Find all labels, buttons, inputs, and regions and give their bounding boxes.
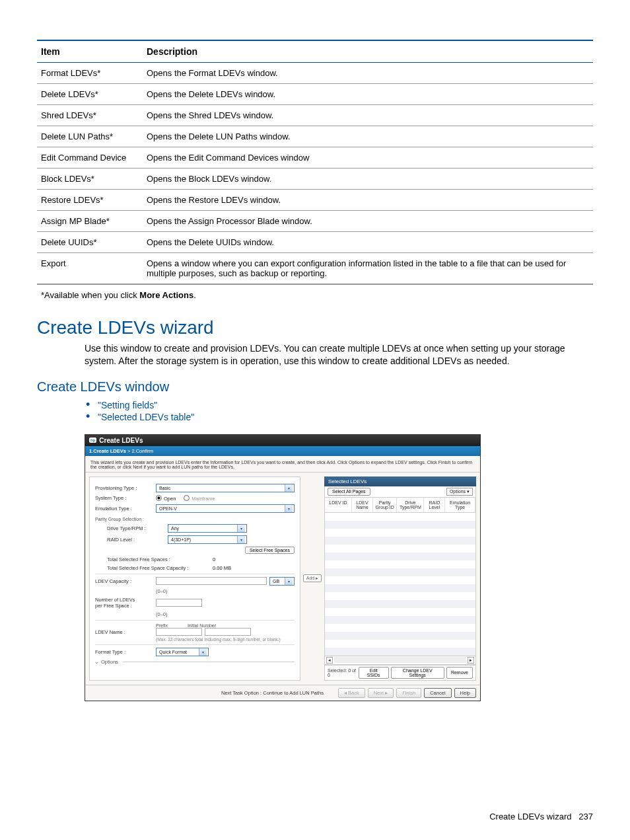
table-row: Block LDEVs*Opens the Block LDEVs window… [37,169,593,190]
emulation-type-select[interactable]: OPEN-V▾ [156,504,295,513]
cancel-button[interactable]: Cancel [424,688,451,698]
table-cell-description: Opens the Block LDEVs window. [143,169,593,190]
format-type-select[interactable]: Quick Format▾ [156,648,209,656]
page-heading: Create LDEVs wizard [37,317,593,338]
selected-ldevs-panel: Selected LDEVs Select All Pages Options … [324,477,476,681]
item-description-table: Item Description Format LDEVs*Opens the … [37,40,593,284]
chevron-down-icon: ▾ [237,536,245,543]
selected-ldevs-header: Selected LDEVs [324,477,476,486]
table-cell-item: Shred LDEVs* [37,105,143,126]
table-footnote: *Available when you click More Actions. [37,284,593,300]
total-selected-capacity-label: Total Selected Free Space Capacity : [107,565,213,571]
col-header-item: Item [37,40,143,63]
total-selected-spaces-value: 0 [213,556,215,562]
remove-button[interactable]: Remove [446,667,473,679]
ldev-name-label: LDEV Name : [95,629,156,635]
raid-level-label: RAID Level : [107,537,168,543]
initial-number-label: Initial Number [188,623,216,628]
table-cell-description: Opens the Format LDEVs window. [143,63,593,84]
table-cell-item: Edit Command Device [37,147,143,169]
change-ldev-settings-button[interactable]: Change LDEV Settings [391,667,444,679]
link-setting-fields[interactable]: "Setting fields" [98,400,593,410]
chevron-down-icon: ▾ [237,525,245,532]
selected-status: Selected: 0 of 0 [328,668,359,677]
hp-logo-icon: hp [89,438,96,443]
table-row: Format LDEVs*Opens the Format LDEVs wind… [37,63,593,84]
help-button[interactable]: Help [454,688,476,698]
select-all-pages-button[interactable]: Select All Pages [328,488,370,496]
drive-type-select[interactable]: Any▾ [168,524,247,533]
table-row: Shred LDEVs*Opens the Shred LDEVs window… [37,105,593,126]
table-cell-description: Opens the Shred LDEVs window. [143,105,593,126]
scroll-right-icon[interactable]: ▸ [468,657,474,664]
chevron-down-icon: ▾ [285,505,293,512]
format-type-label: Format Type : [95,649,156,655]
chevron-down-icon: ▾ [285,484,293,492]
num-ldevs-input[interactable] [156,599,202,607]
table-row: Delete UUIDs*Opens the Delete UUIDs wind… [37,232,593,253]
table-row: ExportOpens a window where you can expor… [37,253,593,284]
table-cell-description: Opens the Delete LUN Paths window. [143,126,593,147]
scroll-left-icon[interactable]: ◂ [326,657,333,664]
table-row: Delete LDEVs*Opens the Delete LDEVs wind… [37,84,593,105]
page-footer: Create LDEVs wizard 237 [489,812,593,821]
ldev-capacity-input[interactable] [156,577,267,585]
table-cell-item: Delete LUN Paths* [37,126,143,147]
link-selected-ldevs-table[interactable]: "Selected LDEVs table" [98,412,593,422]
provisioning-type-select[interactable]: Basic▾ [156,484,295,492]
table-cell-item: Assign MP Blade* [37,211,143,232]
options-expander[interactable]: ⌵ Options [95,659,295,665]
wizard-footer: Next Task Option : Continue to Add LUN P… [85,685,480,701]
system-type-label: System Type : [95,495,156,501]
wizard-breadcrumb: 1.Create LDEVs > 2.Confirm [85,446,480,456]
table-cell-item: Restore LDEVs* [37,190,143,211]
table-row: Edit Command DeviceOpens the Edit Comman… [37,147,593,169]
parity-group-section-label: Parity Group Selection : [95,517,295,521]
add-button[interactable]: Add ▸ [303,574,322,582]
system-type-radio[interactable]: Open Mainframe [156,495,215,502]
chevron-down-icon: ▾ [199,648,207,656]
total-selected-spaces-label: Total Selected Free Spaces : [107,556,213,562]
table-cell-item: Block LDEVs* [37,169,143,190]
table-cell-description: Opens the Restore LDEVs window. [143,190,593,211]
table-cell-item: Format LDEVs* [37,63,143,84]
intro-paragraph: Use this window to create and provision … [85,342,593,367]
table-cell-item: Delete LDEVs* [37,84,143,105]
options-dropdown[interactable]: Options ▾ [446,488,473,496]
ldev-name-prefix-input[interactable] [156,628,202,636]
table-cell-description: Opens the Edit Command Devices window [143,147,593,169]
drive-type-label: Drive Type/RPM : [107,525,168,531]
emulation-type-label: Emulation Type : [95,506,156,512]
ldev-capacity-label: LDEV Capacity : [95,578,156,584]
raid-level-select[interactable]: 4(3D+1P)▾ [168,535,247,544]
settings-panel: Provisioning Type : Basic▾ System Type :… [89,477,300,681]
radio-mainframe[interactable]: Mainframe [184,495,215,502]
provisioning-type-label: Provisioning Type : [95,485,156,491]
page-subheading: Create LDEVs window [37,379,593,395]
radio-open[interactable]: Open [156,495,176,502]
table-row: Restore LDEVs*Opens the Restore LDEVs wi… [37,190,593,211]
table-cell-description: Opens the Delete LDEVs window. [143,84,593,105]
next-button[interactable]: Next ▸ [368,688,394,698]
prefix-label: Prefix [156,623,168,628]
col-header-description: Description [143,40,593,63]
selected-table-header: LDEV ID LDEV Name Parity Group ID Drive … [325,498,475,513]
ldev-name-initial-input[interactable] [205,628,251,636]
table-cell-description: Opens the Assign Processor Blade window. [143,211,593,232]
table-row: Delete LUN Paths*Opens the Delete LUN Pa… [37,126,593,147]
ldev-capacity-unit-select[interactable]: GB▾ [269,577,295,586]
back-button[interactable]: ◂ Back [338,688,365,698]
num-ldevs-range: (0–0) [156,611,168,617]
wizard-instructions: This wizard lets you create and provisio… [85,456,480,473]
table-cell-item: Delete UUIDs* [37,232,143,253]
chevron-down-icon: ⌵ [95,659,98,665]
finish-button[interactable]: Finish [396,688,421,698]
link-list: "Setting fields" "Selected LDEVs table" [98,400,593,422]
select-free-spaces-button[interactable]: Select Free Spaces [245,547,295,554]
selected-table-body [325,513,475,656]
ldev-name-hint: (Max. 32 characters total including max.… [156,637,295,642]
edit-ssids-button[interactable]: Edit SSIDs [359,667,389,679]
total-selected-capacity-value: 0.00 MB [213,565,231,571]
create-ldevs-wizard-screenshot: hp Create LDEVs 1.Create LDEVs > 2.Confi… [85,434,481,701]
wizard-title: Create LDEVs [99,437,143,444]
